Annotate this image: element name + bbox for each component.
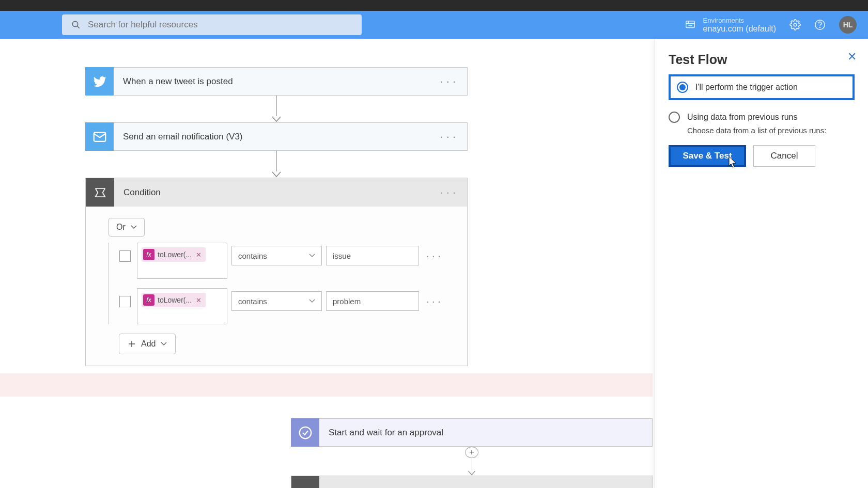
condition-title: Condition [114, 187, 161, 198]
validation-band [0, 373, 653, 397]
svg-point-0 [72, 21, 78, 27]
environment-value: enayu.com (default) [703, 24, 776, 34]
app-header: Environments enayu.com (default) HL [0, 11, 868, 39]
step-more-icon[interactable]: · · · [440, 130, 456, 144]
approval-icon [291, 418, 319, 447]
value-input[interactable] [326, 291, 419, 311]
condition-icon [86, 178, 114, 207]
add-row-button[interactable]: Add [119, 334, 176, 354]
fx-icon: fx [143, 249, 154, 260]
add-step-button[interactable]: + [465, 447, 478, 458]
option-manual-trigger[interactable]: I'll perform the trigger action [669, 74, 855, 100]
token-text: toLower(... [158, 296, 192, 304]
value-input[interactable] [326, 246, 419, 265]
chevron-down-icon [309, 254, 315, 258]
step-title: Send an email notification (V3) [114, 132, 467, 142]
flow-arrow [85, 151, 468, 178]
svg-rect-2 [686, 21, 694, 28]
step-approval[interactable]: Start and wait for an approval [291, 418, 653, 447]
svg-point-7 [299, 427, 311, 438]
flow-arrow: + [291, 447, 653, 476]
operator-value: contains [238, 297, 267, 306]
environment-picker[interactable]: Environments enayu.com (default) [685, 17, 776, 34]
browser-chrome-bar [0, 0, 868, 11]
search-icon [71, 20, 81, 29]
chevron-down-icon [161, 342, 167, 346]
svg-line-1 [77, 26, 80, 28]
row-checkbox[interactable] [119, 250, 131, 262]
expression-field[interactable]: fx toLower(... ✕ [137, 243, 227, 279]
row-checkbox[interactable] [119, 296, 131, 307]
condition-row: fx toLower(... ✕ contains · · · [119, 288, 452, 324]
condition-header[interactable]: Condition · · · [86, 178, 467, 207]
step-more-icon[interactable]: · · · [440, 75, 456, 88]
group-operator-select[interactable]: Or [109, 218, 145, 237]
token-remove-icon[interactable]: ✕ [195, 296, 203, 304]
option-label: Using data from previous runs [687, 113, 797, 122]
button-label: Cancel [771, 151, 798, 161]
mail-icon [85, 122, 114, 151]
operator-select[interactable]: contains [231, 246, 322, 265]
option-subtext: Choose data from a list of previous runs… [687, 126, 855, 135]
condition-icon [291, 476, 319, 489]
panel-title: Test Flow [669, 52, 855, 67]
search-box[interactable] [62, 14, 362, 35]
chevron-down-icon [309, 299, 315, 303]
radio-button[interactable] [669, 112, 680, 123]
token-text: toLower(... [158, 250, 192, 259]
step-title: When a new tweet is posted [114, 76, 467, 87]
condition-block: Condition · · · Or fx toLower(... [85, 178, 468, 366]
add-label: Add [141, 339, 156, 349]
option-previous-runs[interactable]: Using data from previous runs [669, 112, 855, 123]
environment-icon [685, 19, 696, 30]
step-title: Start and wait for an approval [319, 428, 652, 438]
cancel-button[interactable]: Cancel [753, 145, 815, 167]
step-trigger-tweet[interactable]: When a new tweet is posted · · · [85, 67, 468, 96]
fx-icon: fx [143, 294, 154, 306]
plus-icon [128, 340, 136, 348]
chevron-down-icon [131, 225, 137, 229]
avatar[interactable]: HL [839, 16, 857, 34]
environments-label: Environments [703, 17, 776, 24]
search-input[interactable] [88, 20, 352, 30]
help-icon[interactable] [814, 19, 826, 30]
svg-point-5 [819, 27, 820, 27]
operator-select[interactable]: contains [231, 291, 322, 311]
group-operator-label: Or [116, 223, 126, 232]
radio-button[interactable] [677, 82, 688, 93]
step-more-icon[interactable]: · · · [440, 186, 456, 199]
svg-point-3 [794, 23, 797, 26]
twitter-icon [85, 67, 114, 96]
expression-field[interactable]: fx toLower(... ✕ [137, 288, 227, 324]
option-label: I'll perform the trigger action [695, 83, 798, 92]
step-send-email[interactable]: Send an email notification (V3) · · · [85, 122, 468, 151]
expression-token[interactable]: fx toLower(... ✕ [142, 247, 206, 262]
test-flow-panel: Test Flow ✕ I'll perform the trigger act… [655, 39, 868, 488]
row-more-icon[interactable]: · · · [426, 295, 441, 307]
flow-arrow [85, 96, 468, 122]
close-icon[interactable]: ✕ [847, 50, 857, 64]
cursor-icon [727, 155, 739, 169]
gear-icon[interactable] [789, 19, 801, 30]
operator-value: contains [238, 251, 267, 260]
row-more-icon[interactable]: · · · [426, 250, 441, 262]
token-remove-icon[interactable]: ✕ [195, 251, 203, 259]
expression-token[interactable]: fx toLower(... ✕ [142, 293, 206, 307]
button-label: Save & Test [683, 151, 732, 161]
condition-row: fx toLower(... ✕ contains · · · [119, 243, 452, 279]
step-collapsed[interactable] [291, 476, 653, 488]
save-and-test-button[interactable]: Save & Test [669, 145, 746, 167]
